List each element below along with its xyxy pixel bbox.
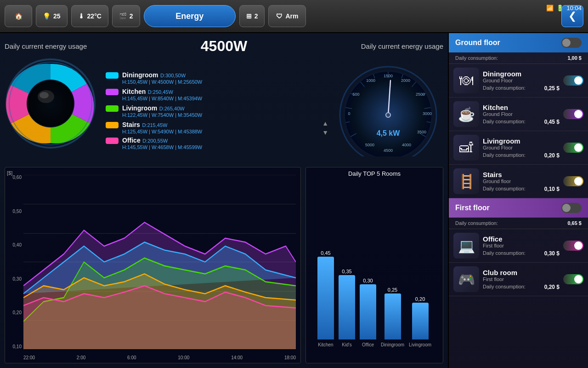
x-axis-ticks: 22:00 2:00 6:00 10:00 14:00 18:00 bbox=[23, 355, 296, 360]
livingroom-toggle[interactable] bbox=[563, 143, 583, 153]
svg-point-2 bbox=[28, 80, 74, 126]
camera-button[interactable]: 🎬 2 bbox=[112, 5, 140, 27]
svg-point-35 bbox=[386, 113, 390, 117]
main-layout: Daily current energy usage 4500W Daily c… bbox=[0, 33, 588, 368]
ground-toggle-knob bbox=[562, 39, 571, 47]
bulb-icon: 💡 bbox=[43, 12, 51, 20]
stairs-floor: Ground floor bbox=[483, 178, 560, 184]
stairs-consumption: 0,10 $ bbox=[544, 186, 560, 192]
room-diningroom: 🍽 Diningroom Ground Floor Daily consumpt… bbox=[449, 64, 588, 98]
livingroom-consumption: 0,20 $ bbox=[544, 152, 560, 159]
clubroom-toggle[interactable] bbox=[563, 274, 583, 284]
svg-text:3500: 3500 bbox=[417, 130, 426, 134]
diningroom-icon: 🍽 bbox=[453, 68, 479, 93]
bar-diningroom: 0,25 Diningroom bbox=[381, 287, 404, 347]
wifi-icon: 📶 bbox=[546, 5, 554, 12]
camera-count: 2 bbox=[130, 12, 133, 20]
svg-text:500: 500 bbox=[352, 92, 359, 97]
room-office: 💻 Office First floor Daily consumption: … bbox=[449, 229, 588, 263]
line-chart-svg bbox=[23, 175, 296, 349]
office-toggle[interactable] bbox=[563, 241, 583, 251]
scroll-down-icon[interactable]: ▼ bbox=[322, 129, 328, 136]
legend-kitchen: Kitchen D:250,45W H:145,45W | W:8540W | … bbox=[106, 86, 328, 102]
clubroom-floor: First floor bbox=[483, 276, 560, 282]
bar-kids: 0,35 Kid's bbox=[339, 269, 355, 347]
first-floor-toggle[interactable] bbox=[561, 203, 582, 213]
right-panel: Ground floor Daily consumption: 1,00 $ 🍽… bbox=[448, 33, 588, 368]
line-chart: [$] 0,60 0,50 0,40 0,30 0,20 0,10 bbox=[5, 167, 301, 363]
energy-button[interactable]: Energy bbox=[144, 5, 236, 27]
svg-text:4000: 4000 bbox=[402, 143, 411, 147]
ground-floor-toggle[interactable] bbox=[561, 38, 582, 48]
bar-chart-area: 0,45 Kitchen 0,35 Kid's 0,30 Offi bbox=[311, 179, 438, 349]
legend-color-diningroom bbox=[106, 72, 119, 79]
bar-kitchen: 0,45 Kitchen bbox=[317, 250, 334, 347]
arm-button[interactable]: 🛡 Arm bbox=[268, 5, 306, 27]
temp-value: 22°C bbox=[87, 12, 102, 20]
office-consumption: 0,30 $ bbox=[544, 250, 560, 257]
svg-point-4 bbox=[40, 92, 49, 98]
stairs-toggle[interactable] bbox=[563, 176, 583, 186]
clubroom-icon: 🎮 bbox=[453, 266, 479, 292]
office-icon: 💻 bbox=[453, 233, 479, 259]
bar-office: 0,30 Office bbox=[360, 278, 376, 347]
svg-text:4,5 kW: 4,5 kW bbox=[377, 129, 401, 137]
diningroom-floor: Ground Floor bbox=[483, 78, 560, 83]
donut-chart bbox=[5, 58, 96, 150]
svg-text:5000: 5000 bbox=[365, 143, 374, 147]
legend-stairs: Stairs D:215,45W H:125,45W | W:5490W | M… bbox=[106, 120, 317, 135]
livingroom-name: Livingroom bbox=[483, 137, 560, 145]
ground-consumption-label: Daily consumption: bbox=[455, 55, 498, 61]
kitchen-toggle[interactable] bbox=[563, 109, 583, 119]
bulb-count: 25 bbox=[53, 12, 61, 20]
livingroom-icon: 🛋 bbox=[453, 135, 479, 161]
temp-button[interactable]: 🌡 22°C bbox=[71, 5, 108, 27]
legend-livingroom: Livingroom D:265,40W H:122,45W | W:7540W… bbox=[106, 103, 328, 119]
top-section: Diningroom D:300,50W H:150,45W | W:4500W… bbox=[5, 58, 443, 163]
left-energy-title: Daily current energy usage bbox=[5, 42, 87, 50]
svg-text:3000: 3000 bbox=[423, 111, 432, 116]
energy-label: Energy bbox=[175, 12, 204, 21]
home-icon: 🏠 bbox=[15, 12, 23, 20]
legend-color-kitchen bbox=[106, 89, 119, 95]
camera-icon: 🎬 bbox=[119, 12, 127, 20]
room-clubroom: 🎮 Club room First floor Daily consumptio… bbox=[449, 263, 588, 296]
kitchen-icon: ☕ bbox=[453, 101, 479, 127]
arm-label: Arm bbox=[285, 12, 298, 20]
bulb-button[interactable]: 💡 25 bbox=[36, 5, 68, 27]
status-bar: 📶 🔋 10:04 bbox=[546, 5, 582, 12]
room-stairs: 🪜 Stairs Ground floor Daily consumption:… bbox=[449, 165, 588, 198]
home-button[interactable]: 🏠 bbox=[5, 5, 32, 27]
svg-text:4500: 4500 bbox=[384, 148, 393, 153]
ground-floor-consumption: Daily consumption: 1,00 $ bbox=[449, 52, 588, 64]
diningroom-toggle[interactable] bbox=[563, 75, 583, 86]
scroll-up-icon[interactable]: ▲ bbox=[322, 120, 328, 127]
svg-text:2500: 2500 bbox=[416, 92, 425, 97]
ground-floor-title: Ground floor bbox=[455, 39, 500, 47]
windows-button[interactable]: ⊞ 2 bbox=[239, 5, 265, 27]
bar-rect-office bbox=[360, 284, 376, 339]
bar-livingroom: 0,20 Livingroom bbox=[409, 296, 431, 347]
svg-text:0: 0 bbox=[348, 111, 350, 116]
first-floor-consumption: Daily consumption: 0,65 $ bbox=[449, 218, 588, 229]
right-energy-title: Daily current energy usage bbox=[361, 42, 443, 50]
svg-text:1500: 1500 bbox=[384, 74, 393, 78]
office-name: Office bbox=[483, 235, 560, 243]
bar-chart: Daily TOP 5 Rooms 0,45 Kitchen 0,35 Kid'… bbox=[305, 167, 443, 363]
energy-value: 4500W bbox=[201, 38, 247, 55]
legend-color-office bbox=[106, 138, 119, 144]
battery-icon: 🔋 bbox=[556, 5, 564, 12]
legend-diningroom: Diningroom D:300,50W H:150,45W | W:4500W… bbox=[106, 70, 328, 86]
bar-rect-diningroom bbox=[384, 293, 401, 339]
bar-chart-title: Daily TOP 5 Rooms bbox=[311, 170, 438, 177]
back-icon: ❮ bbox=[568, 10, 577, 22]
y-axis-ticks: 0,60 0,50 0,40 0,30 0,20 0,10 bbox=[7, 175, 22, 349]
stairs-icon: 🪜 bbox=[453, 168, 479, 194]
arm-icon: 🛡 bbox=[276, 12, 283, 20]
legend-scroll[interactable]: ▲ ▼ bbox=[322, 120, 328, 136]
first-consumption-value: 0,65 $ bbox=[567, 220, 582, 226]
svg-text:2000: 2000 bbox=[401, 78, 410, 83]
legend-container: Diningroom D:300,50W H:150,45W | W:4500W… bbox=[101, 58, 328, 163]
temp-icon: 🌡 bbox=[78, 12, 85, 20]
bar-rect-kids bbox=[339, 275, 355, 339]
